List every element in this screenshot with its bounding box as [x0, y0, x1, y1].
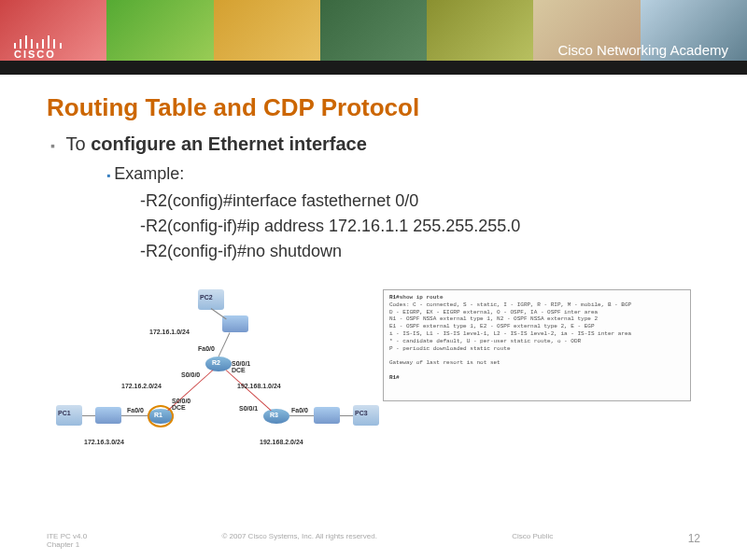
net-right-mid-label: 192.168.1.0/24: [237, 383, 281, 389]
slide-header: CISCO Cisco Networking Academy: [0, 0, 747, 75]
fa00-r3-label: Fa0/0: [291, 407, 308, 413]
footer-left: ITE PC v4.0 Chapter 1: [47, 532, 87, 549]
cisco-logo-text: CISCO: [14, 49, 56, 60]
left-switch-icon: [95, 407, 121, 424]
cli-gateway-line: Gateway of last resort is not set: [389, 359, 500, 366]
pc3-label: PC3: [355, 410, 368, 416]
footer-copyright: © 2007 Cisco Systems, Inc. All rights re…: [221, 532, 376, 549]
cli-codes-1: Codes: C - connected, S - static, I - IG…: [389, 301, 631, 308]
cli-prompt-1: R1#: [389, 294, 400, 301]
cisco-logo: CISCO: [14, 35, 66, 60]
s000-r2-label: S0/0/0: [181, 371, 200, 378]
footer-chapter: Chapter 1: [47, 540, 79, 549]
net-right-bot-label: 192.168.2.0/24: [260, 439, 303, 445]
s001-r3-label: S0/0/1: [239, 405, 258, 412]
bullet-main-text: configure an Ethernet interface: [91, 133, 367, 154]
academy-brand-text: Cisco Networking Academy: [557, 42, 728, 58]
cli-codes-2: D - EIGRP, EX - EIGRP external, O - OSPF…: [389, 309, 598, 315]
main-bullet: To configure an Ethernet interface: [47, 133, 700, 155]
network-topology-diagram: PC2 R2 R1 R3 PC1: [56, 289, 355, 457]
page-number: 12: [688, 532, 700, 549]
slide-footer: ITE PC v4.0 Chapter 1 © 2007 Cisco Syste…: [0, 532, 747, 549]
command-line-3: -R2(config-if)#no shutdown: [140, 242, 700, 261]
net-top-label: 172.16.1.0/24: [149, 329, 190, 335]
cisco-bars-icon: [14, 35, 63, 49]
cli-prompt-2: R1#: [389, 374, 400, 381]
net-left-bot-label: 172.16.3.0/24: [84, 439, 124, 445]
fa00-r1-label: Fa0/0: [127, 407, 144, 413]
footer-ite: ITE PC v4.0: [47, 532, 87, 540]
slide-content: Routing Table and CDP Protocol To config…: [0, 75, 747, 467]
figures-row: PC2 R2 R1 R3 PC1: [47, 289, 700, 457]
footer-public: Cisco Public: [512, 532, 553, 549]
cli-output-box: R1#show ip route Codes: C - connected, S…: [383, 289, 691, 401]
pc2-label: PC2: [200, 294, 213, 301]
cli-codes-5: i - IS-IS, L1 - IS-IS level-1, L2 - IS-I…: [389, 330, 631, 337]
slide-title: Routing Table and CDP Protocol: [47, 93, 700, 122]
s001-dce-label: S0/0/1 DCE: [232, 360, 250, 373]
cli-codes-3: N1 - OSPF NSSA external type 1, N2 - OSP…: [389, 315, 598, 322]
r2-label: R2: [212, 359, 220, 366]
cli-codes-6: * - candidate default, U - per-user stat…: [389, 338, 581, 344]
right-switch-icon: [314, 407, 340, 424]
command-line-1: -R2(config)#interface fastethernet 0/0: [140, 191, 700, 211]
cli-codes-4: E1 - OSPF external type 1, E2 - OSPF ext…: [389, 323, 595, 329]
example-label: Example:: [106, 164, 700, 184]
pc1-label: PC1: [58, 410, 71, 416]
command-line-2: -R2(config-if)#ip address 172.16.1.1 255…: [140, 217, 700, 236]
r3-label: R3: [270, 412, 278, 418]
s000-dce-label: S0/0/0 DCE: [172, 398, 190, 411]
cli-codes-7: P - periodic downloaded static route: [389, 345, 511, 352]
cli-command: show ip route: [400, 294, 444, 301]
fa00-r2-label: Fa0/0: [198, 345, 215, 352]
bullet-prefix: To: [66, 133, 92, 154]
net-left-mid-label: 172.16.2.0/24: [121, 383, 162, 389]
